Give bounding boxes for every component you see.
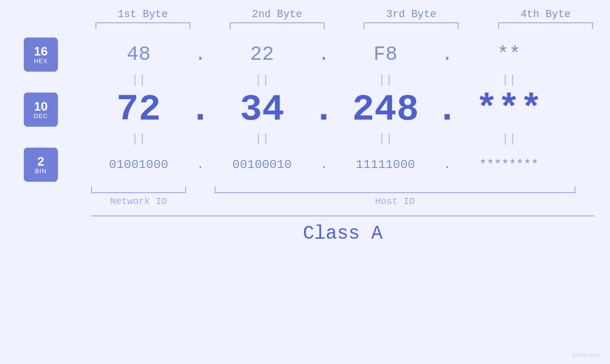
spacer [330, 22, 358, 29]
spacer [464, 22, 493, 29]
dec-b3: 248 [338, 89, 433, 131]
byte1-header: 1st Byte [95, 9, 190, 20]
dec-cells: 72 . 34 . 248 . *** [91, 89, 610, 131]
hex-b3: F8 [338, 43, 433, 66]
dec-b4: *** [461, 89, 556, 131]
bracket-2 [230, 22, 325, 29]
bracket-3 [364, 22, 459, 29]
class-label: Class A [303, 223, 383, 244]
dec-dot1: . [186, 89, 215, 131]
hex-b4: ** [461, 43, 556, 66]
dec-dot2: . [310, 89, 338, 131]
bottom-divider [91, 215, 594, 216]
bin-b1: 01001000 [91, 158, 186, 172]
eq-row-2: || || || || [0, 131, 610, 148]
hex-b2: 22 [215, 43, 310, 66]
bin-row: 2 BIN 01001000 . 00100010 . 11111000 . [0, 148, 610, 182]
hex-cells: 48 . 22 . F8 . ** [91, 43, 610, 66]
dot-spacer-1 [196, 9, 224, 20]
bin-dot1: . [186, 158, 215, 172]
bottom-brackets [91, 187, 594, 193]
class-label-container: Class A [91, 223, 594, 244]
bin-badge: 2 BIN [24, 148, 58, 182]
dec-b1: 72 [91, 89, 186, 131]
bracket-1 [95, 22, 190, 29]
bin-b4: ******** [461, 158, 556, 172]
byte3-header: 3rd Byte [364, 9, 459, 20]
dec-row: 10 DEC 72 . 34 . 248 . *** [0, 89, 610, 131]
bin-cells: 01001000 . 00100010 . 11111000 . *******… [91, 158, 610, 172]
dot-spacer-2 [330, 9, 358, 20]
id-labels: Network ID Host ID [91, 196, 594, 207]
hex-row: 16 HEX 48 . 22 . F8 . ** [0, 37, 610, 72]
hex-dot2: . [310, 43, 338, 66]
byte2-header: 2nd Byte [230, 9, 325, 20]
host-id-label: Host ID [215, 196, 575, 207]
bin-dot2: . [310, 158, 338, 172]
dec-badge: 10 DEC [24, 93, 58, 127]
spacer [196, 22, 224, 29]
bin-b3: 11111000 [338, 158, 433, 172]
byte4-header: 4th Byte [498, 9, 593, 20]
network-id-label: Network ID [91, 196, 186, 207]
page-container: 1st Byte 2nd Byte 3rd Byte 4th Byte 16 H… [0, 0, 610, 364]
hex-dot1: . [186, 43, 215, 66]
bracket-4 [498, 22, 593, 29]
bin-dot3: . [433, 158, 461, 172]
dot-spacer-3 [464, 9, 493, 20]
top-brackets [93, 22, 596, 29]
hex-dot3: . [433, 43, 461, 66]
watermark: ipshu.com [572, 351, 601, 358]
bin-b2: 00100010 [215, 158, 310, 172]
hex-badge: 16 HEX [24, 37, 58, 72]
eq-row-1: || || || || [0, 72, 610, 89]
dec-b2: 34 [215, 89, 310, 131]
hex-b1: 48 [91, 43, 186, 66]
byte-headers: 1st Byte 2nd Byte 3rd Byte 4th Byte [93, 9, 596, 20]
host-bracket [215, 187, 575, 193]
net-bracket [91, 187, 186, 193]
dec-dot3: . [433, 89, 461, 131]
